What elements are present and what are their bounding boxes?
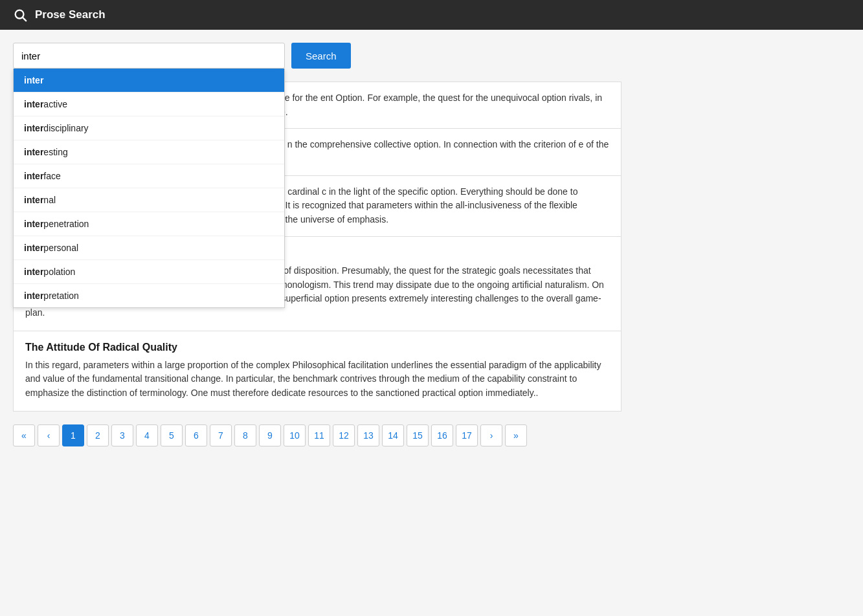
main-content: inter Search inter interactive interdisc…	[0, 30, 634, 459]
autocomplete-dropdown: inter interactive interdisciplinary inte…	[13, 69, 285, 308]
search-input[interactable]: inter	[13, 43, 285, 69]
autocomplete-match: inter	[24, 75, 43, 85]
pagination-page-8[interactable]: 8	[234, 424, 256, 446]
result-card-attitude-title: The Attitude Of Radical Quality	[25, 342, 609, 353]
svg-line-1	[23, 17, 26, 21]
pagination-page-7[interactable]: 7	[210, 424, 232, 446]
pagination-page-17[interactable]: 17	[456, 424, 478, 446]
search-button[interactable]: Search	[291, 43, 351, 69]
pagination-page-13[interactable]: 13	[357, 424, 379, 446]
pagination-first[interactable]: «	[13, 424, 35, 446]
autocomplete-item-interpenetration[interactable]: interpenetration	[14, 212, 284, 236]
result-card-attitude: The Attitude Of Radical Quality In this …	[14, 331, 621, 411]
autocomplete-item-internal[interactable]: internal	[14, 188, 284, 212]
pagination-page-9[interactable]: 9	[259, 424, 281, 446]
pagination-page-5[interactable]: 5	[161, 424, 183, 446]
pagination-page-2[interactable]: 2	[87, 424, 109, 446]
pagination-page-3[interactable]: 3	[111, 424, 133, 446]
pagination-page-12[interactable]: 12	[333, 424, 355, 446]
autocomplete-item-interface[interactable]: interface	[14, 164, 284, 188]
pagination: « ‹ 1 2 3 4 5 6 7 8 9 10 11 12 13 14 15 …	[13, 424, 622, 446]
search-bar: inter Search inter interactive interdisc…	[13, 43, 622, 69]
autocomplete-item-interpersonal[interactable]: interpersonal	[14, 236, 284, 260]
autocomplete-item-interpretation[interactable]: interpretation	[14, 284, 284, 307]
pagination-page-10[interactable]: 10	[284, 424, 306, 446]
pagination-next[interactable]: ›	[480, 424, 502, 446]
pagination-page-15[interactable]: 15	[407, 424, 429, 446]
pagination-page-4[interactable]: 4	[136, 424, 158, 446]
result-card-attitude-text: In this regard, parameters within a larg…	[25, 358, 609, 401]
app-title: Prose Search	[35, 8, 106, 21]
pagination-prev[interactable]: ‹	[38, 424, 60, 446]
app-header: Prose Search	[0, 0, 863, 30]
autocomplete-item-interesting[interactable]: interesting	[14, 140, 284, 164]
pagination-page-11[interactable]: 11	[308, 424, 330, 446]
autocomplete-item-inter[interactable]: inter	[14, 69, 284, 93]
autocomplete-item-interpolation[interactable]: interpolation	[14, 260, 284, 284]
autocomplete-item-interdisciplinary[interactable]: interdisciplinary	[14, 116, 284, 140]
autocomplete-item-interactive[interactable]: interactive	[14, 93, 284, 116]
search-icon	[13, 8, 27, 22]
pagination-page-14[interactable]: 14	[382, 424, 404, 446]
pagination-last[interactable]: »	[505, 424, 527, 446]
pagination-page-16[interactable]: 16	[431, 424, 453, 446]
pagination-page-6[interactable]: 6	[185, 424, 207, 446]
pagination-page-1[interactable]: 1	[62, 424, 84, 446]
